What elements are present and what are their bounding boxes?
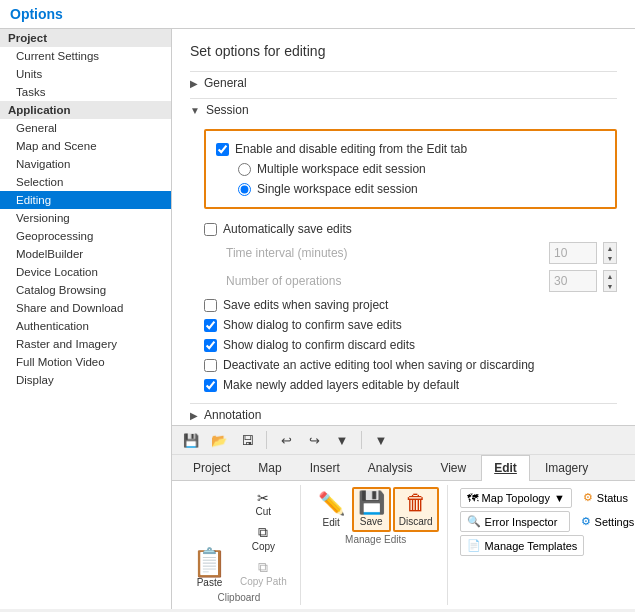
status-button[interactable]: ⚙ Status — [576, 487, 635, 508]
tab-imagery[interactable]: Imagery — [532, 455, 601, 480]
manage-templates-icon: 📄 — [467, 539, 481, 552]
new-mini-button[interactable]: 🖫 — [236, 429, 258, 451]
error-inspector-row: 🔍 Error Inspector ⚙ Settings — [460, 511, 635, 532]
edit-icon: ✏️ — [318, 493, 345, 515]
sidebar-item-editing[interactable]: Editing — [0, 191, 171, 209]
general-section-header[interactable]: ▶ General — [190, 71, 617, 94]
annotation-section-label: Annotation — [204, 408, 261, 422]
tab-edit[interactable]: Edit — [481, 455, 530, 481]
redo-button[interactable]: ↪ — [303, 429, 325, 451]
save-on-project-row: Save edits when saving project — [190, 295, 617, 315]
discard-icon: 🗑 — [405, 492, 427, 514]
undo-dropdown-button[interactable]: ▼ — [331, 429, 353, 451]
sidebar-item-display[interactable]: Display — [0, 371, 171, 389]
save-on-project-checkbox[interactable] — [204, 299, 217, 312]
paste-icon: 📋 — [192, 549, 227, 577]
sidebar-section-application: Application — [0, 101, 171, 119]
tab-map[interactable]: Map — [245, 455, 294, 480]
mini-toolbar-divider2 — [361, 431, 362, 449]
page-title: Set options for editing — [190, 43, 617, 59]
copy-icon: ⧉ — [258, 524, 268, 541]
new-layers-editable-label: Make newly added layers editable by defa… — [223, 378, 459, 392]
time-interval-spin-up[interactable]: ▲ — [604, 243, 616, 253]
mini-toolbar-divider — [266, 431, 267, 449]
sidebar-item-navigation[interactable]: Navigation — [0, 155, 171, 173]
map-topology-label: Map Topology — [482, 492, 550, 504]
sidebar-item-modelbuilder[interactable]: ModelBuilder — [0, 245, 171, 263]
save-button[interactable]: 💾 Save — [352, 487, 391, 532]
sidebar-item-device-location[interactable]: Device Location — [0, 263, 171, 281]
settings-button[interactable]: ⚙ Settings — [574, 511, 635, 532]
discard-button[interactable]: 🗑 Discard — [393, 487, 439, 532]
sidebar-item-full-motion-video[interactable]: Full Motion Video — [0, 353, 171, 371]
num-operations-input[interactable] — [549, 270, 597, 292]
deactivate-tool-row: Deactivate an active editing tool when s… — [190, 355, 617, 375]
new-layers-editable-row: Make newly added layers editable by defa… — [190, 375, 617, 395]
sidebar-item-map-and-scene[interactable]: Map and Scene — [0, 137, 171, 155]
confirm-save-row: Show dialog to confirm save edits — [190, 315, 617, 335]
confirm-discard-row: Show dialog to confirm discard edits — [190, 335, 617, 355]
num-operations-spin-up[interactable]: ▲ — [604, 271, 616, 281]
manage-edits-label: Manage Edits — [345, 534, 406, 545]
content-area: Set options for editing ▶ General ▼ Sess… — [172, 29, 635, 609]
single-workspace-row: Single workspace edit session — [216, 179, 605, 199]
cut-copy-group: ✂ Cut ⧉ Copy ⧉ Copy Path — [235, 487, 292, 590]
manage-templates-button[interactable]: 📄 Manage Templates — [460, 535, 585, 556]
map-topology-dropdown[interactable]: 🗺 Map Topology ▼ — [460, 488, 572, 508]
save-on-project-label: Save edits when saving project — [223, 298, 388, 312]
toolbar-area: 💾 📂 🖫 ↩ ↪ ▼ ▼ Project Map Insert Analysi… — [172, 425, 635, 609]
map-topology-icon: 🗺 — [467, 492, 478, 504]
tab-project[interactable]: Project — [180, 455, 243, 480]
time-interval-spinner[interactable]: ▲ ▼ — [603, 242, 617, 264]
status-icon: ⚙ — [583, 491, 593, 504]
sidebar-item-geoprocessing[interactable]: Geoprocessing — [0, 227, 171, 245]
discard-label: Discard — [399, 516, 433, 527]
more-button[interactable]: ▼ — [370, 429, 392, 451]
tab-analysis[interactable]: Analysis — [355, 455, 426, 480]
deactivate-tool-checkbox[interactable] — [204, 359, 217, 372]
time-interval-spin-down[interactable]: ▼ — [604, 253, 616, 263]
manage-templates-label: Manage Templates — [485, 540, 578, 552]
single-workspace-radio[interactable] — [238, 183, 251, 196]
sidebar-item-units[interactable]: Units — [0, 65, 171, 83]
save-mini-button[interactable]: 💾 — [180, 429, 202, 451]
session-section-header[interactable]: ▼ Session — [190, 98, 617, 121]
num-operations-spin-down[interactable]: ▼ — [604, 281, 616, 291]
tab-insert[interactable]: Insert — [297, 455, 353, 480]
auto-save-checkbox[interactable] — [204, 223, 217, 236]
title-bar: Options — [0, 0, 635, 29]
paste-button[interactable]: 📋 Paste — [186, 547, 233, 590]
multiple-workspace-radio[interactable] — [238, 163, 251, 176]
confirm-save-checkbox[interactable] — [204, 319, 217, 332]
sidebar-item-tasks[interactable]: Tasks — [0, 83, 171, 101]
num-operations-spinner[interactable]: ▲ ▼ — [603, 270, 617, 292]
session-box: Enable and disable editing from the Edit… — [204, 129, 617, 209]
sidebar-item-catalog-browsing[interactable]: Catalog Browsing — [0, 281, 171, 299]
cut-label: Cut — [256, 506, 272, 517]
edit-label: Edit — [323, 517, 340, 528]
settings-label: Settings — [595, 516, 635, 528]
error-inspector-button[interactable]: 🔍 Error Inspector — [460, 511, 570, 532]
sidebar-item-raster-imagery[interactable]: Raster and Imagery — [0, 335, 171, 353]
num-operations-row: Number of operations ▲ ▼ — [190, 267, 617, 295]
sidebar-item-share-download[interactable]: Share and Download — [0, 299, 171, 317]
enable-editing-checkbox[interactable] — [216, 143, 229, 156]
new-layers-editable-checkbox[interactable] — [204, 379, 217, 392]
sidebar-item-selection[interactable]: Selection — [0, 173, 171, 191]
edit-button[interactable]: ✏️ Edit — [313, 489, 350, 532]
tab-view[interactable]: View — [427, 455, 479, 480]
copy-button[interactable]: ⧉ Copy — [235, 521, 292, 555]
sidebar-item-general[interactable]: General — [0, 119, 171, 137]
confirm-discard-checkbox[interactable] — [204, 339, 217, 352]
sidebar-item-current-settings[interactable]: Current Settings — [0, 47, 171, 65]
copy-path-button[interactable]: ⧉ Copy Path — [235, 556, 292, 590]
open-mini-button[interactable]: 📂 — [208, 429, 230, 451]
cut-button[interactable]: ✂ Cut — [235, 487, 292, 520]
undo-button[interactable]: ↩ — [275, 429, 297, 451]
time-interval-input[interactable] — [549, 242, 597, 264]
app-title: Options — [10, 6, 63, 22]
sidebar-item-authentication[interactable]: Authentication — [0, 317, 171, 335]
annotation-section-header[interactable]: ▶ Annotation — [190, 403, 617, 425]
sidebar-item-versioning[interactable]: Versioning — [0, 209, 171, 227]
error-inspector-label: Error Inspector — [485, 516, 558, 528]
